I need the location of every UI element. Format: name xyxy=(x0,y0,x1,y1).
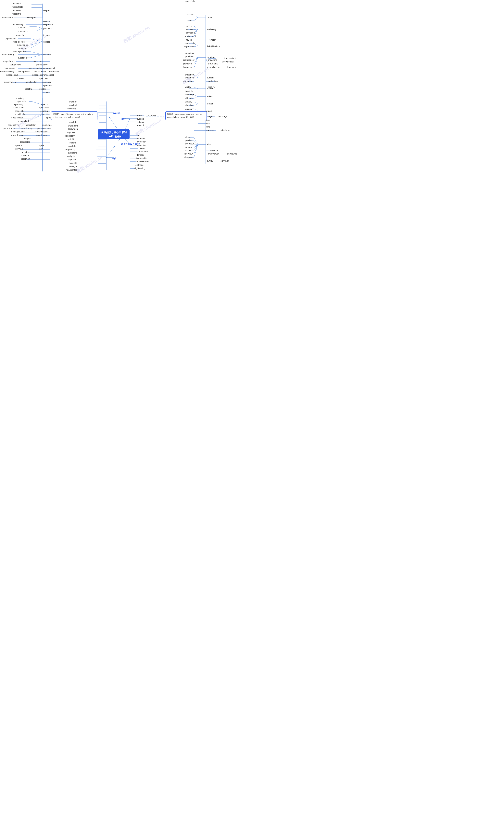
node-respectable: respectable xyxy=(12,6,23,8)
node-watchband: watchband xyxy=(68,124,78,127)
node-respectful: respectful xyxy=(12,13,21,15)
node-specialist: specialist xyxy=(17,100,26,102)
node-provident: provident xyxy=(208,59,217,61)
node-providential: providential xyxy=(222,60,233,63)
node-retrospect: retrospect xyxy=(49,70,59,73)
node-introspective: introspective xyxy=(6,74,18,76)
node-purview: purview xyxy=(185,146,193,148)
node-prospective: prospective xyxy=(18,26,29,28)
node-circumspection: circumspection xyxy=(29,67,43,69)
node-unexpected: unexpected xyxy=(13,41,25,43)
node-provision: provision xyxy=(183,62,192,65)
svg-line-27 xyxy=(31,39,42,42)
node-expectation: expectation xyxy=(5,37,16,40)
node-spy: spy xyxy=(39,147,43,150)
node-preview: preview xyxy=(185,139,193,141)
node-providence: providence xyxy=(183,59,194,61)
node-overlook: overlook xyxy=(137,118,145,120)
node-respectively: respectively xyxy=(12,23,23,26)
node-improvisation: improvisation xyxy=(207,66,220,68)
node-advisement: advisement xyxy=(185,35,196,37)
node-improvise: improvise xyxy=(183,66,192,68)
node-suspicion: suspicion xyxy=(18,57,27,59)
node-visibly: visibly xyxy=(185,86,191,88)
hint-box-left: 词根48：-spec(t)-= -speci- = -spi(c)- = -sp… xyxy=(51,111,97,120)
node-look: look xyxy=(121,117,126,120)
node-disrespect: disrespect xyxy=(27,16,36,19)
node-review: review xyxy=(185,149,191,152)
node-unseen: unseen xyxy=(138,147,145,149)
svg-line-224 xyxy=(194,144,198,151)
node-aspect: aspect xyxy=(43,91,50,94)
node-foresee: foresee xyxy=(137,154,145,156)
node-providing: providing xyxy=(185,52,194,54)
svg-line-167 xyxy=(194,57,198,68)
svg-line-40 xyxy=(31,55,42,58)
node-supervision: supervision xyxy=(185,0,196,2)
node-visionary: visionary xyxy=(185,108,194,110)
node-insightful: insightful xyxy=(68,145,76,147)
svg-line-151 xyxy=(194,53,198,57)
svg-line-155 xyxy=(194,57,198,60)
node-surveyor: surveyor xyxy=(221,159,229,162)
svg-line-184 xyxy=(194,87,198,89)
node-sightseer: sightseer xyxy=(135,164,144,166)
node-watchful: watchful xyxy=(69,104,77,106)
node-improviser: improviser xyxy=(227,66,237,68)
node-view: view xyxy=(207,143,211,145)
svg-line-19 xyxy=(36,27,42,28)
node-provider: provider xyxy=(185,55,193,57)
node-interviewee: interviewee xyxy=(226,152,237,155)
node-suspect: suspect xyxy=(43,53,51,56)
node-onlooker: onlooker xyxy=(148,114,156,117)
node-spiteful: spiteful xyxy=(15,144,22,146)
svg-line-178 xyxy=(194,78,198,81)
node-introspection: introspection xyxy=(32,74,44,76)
svg-line-147 xyxy=(194,46,198,47)
node-visually: visually xyxy=(185,100,192,103)
node-speculate: speculate xyxy=(42,124,52,126)
node-advisory: advisory xyxy=(208,28,216,31)
node-visa: visa xyxy=(206,122,210,124)
node-specific: specific xyxy=(41,113,49,115)
node-expectant: expectant xyxy=(18,47,27,49)
node-sightlessly: sightlessly xyxy=(65,134,75,137)
node-foreseeable: foreseeable xyxy=(136,157,147,159)
node-prospect: prospect xyxy=(43,27,52,30)
node-seer: seer xyxy=(137,134,141,136)
svg-line-198 xyxy=(194,104,198,105)
node-provisional: provisional xyxy=(208,62,218,65)
node-unspectacular: unspectacular xyxy=(3,81,17,83)
node-insight: insight xyxy=(69,141,76,144)
node-specimen: specimen xyxy=(21,158,30,160)
svg-line-134 xyxy=(194,29,198,30)
node-unsightly: unsightly xyxy=(67,138,75,140)
node-inspector: inspector xyxy=(16,34,25,36)
node-conspicuous: conspicuous xyxy=(35,130,47,133)
svg-line-77 xyxy=(32,101,42,105)
node-looker: looker xyxy=(137,114,143,117)
svg-line-220 xyxy=(194,144,198,144)
node-unforeseen: unforeseen xyxy=(137,150,148,153)
node-specification: specification xyxy=(11,116,23,119)
node-retrospectively: retrospectively xyxy=(0,70,14,73)
node-spectrum: spectrum xyxy=(43,84,52,87)
node-supervisory: supervisory xyxy=(209,45,220,48)
node-supervision2: supervision xyxy=(185,42,196,44)
node-spite: spite xyxy=(39,144,44,146)
node-supervisor: supervisor xyxy=(184,45,194,48)
node-expectance: expectance xyxy=(17,44,28,46)
node-resolve: resolve xyxy=(43,20,50,23)
node-speculator: speculator xyxy=(26,124,36,126)
node-species: species xyxy=(22,151,29,153)
mind-map-canvas: respected respectable respecter respect … xyxy=(0,0,252,410)
node-speciality: speciality xyxy=(14,103,23,106)
node-interview: interview xyxy=(184,152,193,155)
node-circumspecty: circumspecty xyxy=(4,67,17,69)
svg-line-21 xyxy=(36,28,42,31)
node-sight: sight xyxy=(111,157,117,159)
node-reviewer: reviewer xyxy=(210,149,218,152)
node-visual: visual xyxy=(207,102,213,105)
node-despise: despise xyxy=(24,137,31,140)
node-advice: advice xyxy=(186,25,192,27)
